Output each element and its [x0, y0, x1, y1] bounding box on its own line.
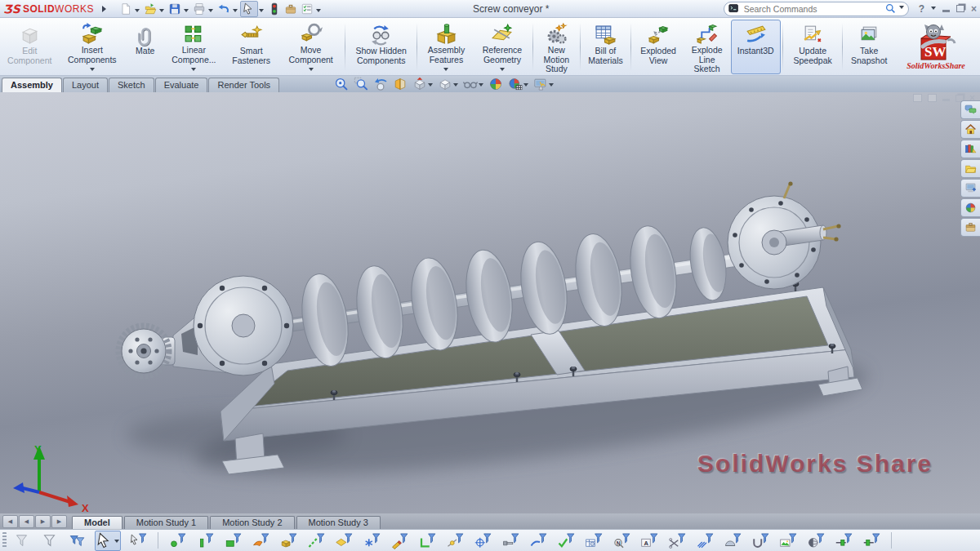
filter-weld-beads-button[interactable] — [528, 531, 549, 551]
minimize-icon[interactable] — [942, 10, 950, 12]
model-tab-motion-study-3[interactable]: Motion Study 3 — [296, 516, 381, 529]
new-document-button[interactable] — [118, 2, 134, 16]
edit-appearance-dropdown-icon[interactable] — [549, 83, 554, 89]
previous-view-button[interactable] — [373, 77, 388, 91]
rebuild-button[interactable] — [266, 2, 283, 16]
scroll-last-icon[interactable]: ▶ — [51, 515, 67, 528]
filter-hatch-button[interactable] — [695, 531, 715, 551]
save-dropdown-icon[interactable] — [184, 9, 189, 15]
filter-vertices-button[interactable] — [167, 531, 188, 551]
exploded-view-button[interactable]: Exploded View — [633, 20, 683, 74]
open-button[interactable] — [142, 2, 158, 16]
toggle-selection-filters-button[interactable] — [39, 531, 60, 551]
tail-end-assembly[interactable] — [728, 181, 841, 289]
insert-components-dropdown-icon[interactable] — [90, 68, 95, 73]
move-component-button[interactable]: Move Component — [278, 20, 343, 74]
drive-end-assembly[interactable] — [118, 276, 293, 376]
filter-routing-points-button[interactable] — [556, 531, 577, 551]
filter-axes-button[interactable] — [306, 531, 327, 551]
search-input[interactable] — [742, 3, 882, 15]
file-properties-button[interactable] — [283, 2, 299, 16]
edit-component-button[interactable]: Edit Component — [2, 20, 58, 74]
display-style-button[interactable] — [438, 77, 458, 91]
tab-sketch[interactable]: Sketch — [109, 78, 154, 92]
filter-center-marks-button[interactable] — [473, 531, 493, 551]
filter-slider-a-button[interactable] — [834, 531, 854, 551]
show-hidden-components-button[interactable]: Show Hidden Components — [347, 20, 415, 74]
filter-decals-button[interactable] — [806, 531, 826, 551]
insert-components-button[interactable]: Insert Components — [58, 20, 127, 74]
doc-minimize-icon[interactable] — [942, 99, 950, 101]
undo-dropdown-icon[interactable] — [233, 9, 238, 15]
model-tab-motion-study-2[interactable]: Motion Study 2 — [210, 516, 294, 529]
filter-faces-button[interactable] — [223, 531, 243, 551]
mate-button[interactable]: Mate — [127, 20, 163, 74]
tab-layout[interactable]: Layout — [63, 78, 108, 92]
filter-slider-b-button[interactable] — [862, 531, 882, 551]
hide-show-items-button[interactable] — [463, 77, 483, 91]
scroll-next-icon[interactable]: ▶ — [35, 515, 51, 528]
new-motion-study-button[interactable]: New Motion Study — [535, 20, 577, 74]
select-button[interactable] — [240, 1, 258, 17]
new-document-dropdown-icon[interactable] — [135, 9, 140, 15]
menu-flyout-icon[interactable] — [102, 6, 109, 12]
view-settings-button[interactable] — [508, 77, 528, 91]
view-orientation-button[interactable] — [412, 77, 433, 91]
filter-tables-button[interactable] — [584, 531, 604, 551]
hide-show-items-dropdown-icon[interactable] — [479, 83, 483, 89]
graphics-area[interactable]: Y X × SolidWorks Share — [0, 92, 980, 513]
filter-planes-button[interactable] — [334, 531, 354, 551]
view-settings-dropdown-icon[interactable] — [523, 83, 528, 89]
scroll-prev-icon[interactable]: ◀ — [19, 515, 34, 528]
model-tab-motion-study-1[interactable]: Motion Study 1 — [124, 516, 208, 529]
taskpane-view-palette-tab[interactable] — [960, 179, 980, 198]
filter-domes-button[interactable] — [723, 531, 743, 551]
taskpane-design-library-tab[interactable] — [960, 140, 980, 158]
print-button[interactable] — [191, 2, 207, 16]
section-view-button[interactable] — [393, 77, 408, 91]
bill-of-materials-button[interactable]: Bill of Materials — [582, 20, 630, 74]
edit-appearance-button[interactable] — [533, 77, 554, 91]
filter-dimensions-button[interactable] — [417, 531, 438, 551]
help-icon[interactable]: ? — [919, 3, 924, 15]
instant3d-button[interactable]: Instant3D — [731, 20, 781, 74]
open-dropdown-icon[interactable] — [159, 9, 164, 15]
scroll-first-icon[interactable]: ◀ — [2, 515, 18, 528]
filter-trim-entities-button[interactable] — [667, 531, 688, 551]
search-scope-icon[interactable] — [728, 3, 739, 14]
selection-filter-toolbar-button[interactable] — [67, 531, 87, 551]
select-dropdown-icon[interactable] — [259, 9, 264, 15]
filter-edges-button[interactable] — [195, 531, 216, 551]
tab-assembly[interactable]: Assembly — [2, 78, 62, 92]
restore-icon[interactable] — [956, 5, 964, 12]
update-speedpak-button[interactable]: Update Speedpak — [785, 20, 841, 74]
clear-selection-filters-button[interactable] — [11, 531, 32, 551]
save-button[interactable] — [167, 2, 183, 16]
move-component-dropdown-icon[interactable] — [309, 68, 314, 73]
taskpane-appearances-scenes-tab[interactable] — [960, 198, 980, 217]
filter-annotations-button[interactable]: A — [639, 531, 660, 551]
help-dropdown-icon[interactable] — [931, 7, 936, 12]
taskpane-file-explorer-tab[interactable] — [960, 159, 980, 178]
taskpane-custom-properties-tab[interactable] — [960, 218, 980, 237]
linear-component-pattern-dropdown-icon[interactable] — [191, 68, 196, 73]
explode-line-sketch-button[interactable]: Explode Line Sketch — [684, 20, 731, 74]
display-style-dropdown-icon[interactable] — [453, 83, 458, 89]
taskpane-solidworks-resources-tab[interactable] — [960, 120, 980, 139]
take-snapshot-button[interactable]: Take Snapshot — [844, 20, 893, 74]
filter-notes-button[interactable]: N — [612, 531, 632, 551]
select-tool-dropdown-icon[interactable] — [114, 540, 119, 545]
filter-solid-bodies-button[interactable] — [278, 531, 299, 551]
select-over-geometry-button[interactable] — [128, 531, 149, 551]
assembly-features-button[interactable]: Assembly Features — [419, 20, 474, 74]
print-dropdown-icon[interactable] — [208, 9, 213, 15]
apply-scene-button[interactable] — [488, 77, 503, 91]
undo-button[interactable] — [216, 2, 232, 16]
tab-evaluate[interactable]: Evaluate — [155, 78, 208, 92]
filter-weldments-button[interactable] — [751, 531, 771, 551]
options-dropdown-icon[interactable] — [316, 9, 321, 15]
smart-fasteners-button[interactable]: Smart Fasteners — [224, 20, 278, 74]
toolbar-grip[interactable] — [2, 532, 7, 549]
zoom-to-area-button[interactable] — [354, 77, 368, 91]
select-tool-button[interactable] — [95, 531, 121, 551]
